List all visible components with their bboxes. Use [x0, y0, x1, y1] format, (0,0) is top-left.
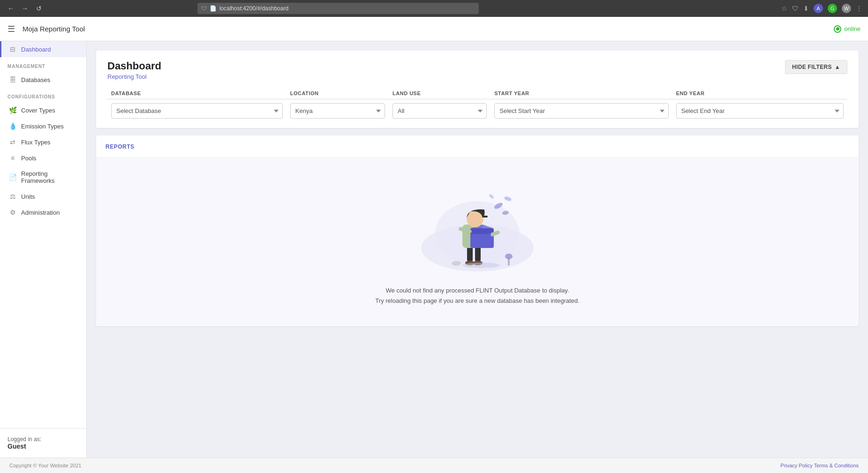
sidebar-section-configurations: CONFIGURATIONS	[0, 88, 86, 102]
footer: Copyright © Your Website 2021 Privacy Po…	[0, 458, 868, 473]
svg-rect-20	[508, 258, 510, 265]
sidebar-item-flux-types[interactable]: ⇄ Flux Types	[0, 134, 86, 150]
sidebar-item-reporting-frameworks[interactable]: 📄 Reporting Frameworks	[0, 166, 86, 188]
sidebar: ⊟ Dashboard MANAGEMENT 🗄 Databases CONFI…	[0, 41, 87, 458]
col-database: DATABASE	[107, 88, 287, 99]
logged-in-label: Logged in as:	[8, 436, 79, 443]
flux-types-icon: ⇄	[9, 138, 16, 146]
empty-line1: We could not find any processed FLINT Ou…	[375, 285, 579, 296]
sidebar-label-flux-types: Flux Types	[21, 139, 51, 146]
sidebar-item-databases[interactable]: 🗄 Databases	[0, 72, 86, 88]
sidebar-label-reporting-frameworks: Reporting Frameworks	[21, 170, 79, 184]
svg-rect-7	[475, 246, 481, 262]
start-year-select[interactable]: Select Start Year	[494, 103, 668, 119]
reports-card: REPORTS	[96, 135, 859, 326]
user-name: Guest	[8, 443, 79, 450]
filter-end-year-cell: Select End Year	[672, 99, 847, 119]
cover-types-icon: 🌿	[9, 106, 16, 114]
administration-icon: ⚙	[9, 209, 16, 216]
download-icon[interactable]: ⬇	[803, 5, 809, 12]
pools-icon: ≡	[9, 154, 16, 162]
privacy-policy-link[interactable]: Privacy Policy	[780, 463, 812, 468]
dashboard-icon: ⊟	[9, 45, 16, 53]
sidebar-label-administration: Administration	[21, 209, 60, 216]
units-icon: ⚖	[9, 193, 16, 200]
dashboard-title-block: Dashboard Reporting Tool	[107, 60, 161, 80]
filter-database-cell: Select Database	[107, 99, 287, 119]
browser-right-icons: ☆ 🛡 ⬇ A G W ⋮	[781, 4, 862, 13]
svg-rect-6	[467, 246, 473, 262]
hide-filters-button[interactable]: HIDE FILTERS ▲	[785, 60, 847, 74]
browser-forward-btn[interactable]: →	[20, 3, 30, 14]
sidebar-label-units: Units	[21, 193, 35, 200]
svg-rect-18	[482, 216, 488, 218]
online-dot-inner	[836, 27, 839, 30]
filter-start-year-cell: Select Start Year	[491, 99, 672, 119]
hide-filters-icon: ▲	[835, 64, 840, 70]
online-label: online	[844, 25, 860, 32]
col-end-year: END YEAR	[672, 88, 847, 99]
svg-point-21	[505, 254, 513, 259]
star-icon[interactable]: ☆	[781, 5, 787, 12]
app-title: Moja Reporting Tool	[23, 25, 85, 33]
sidebar-item-units[interactable]: ⚖ Units	[0, 188, 86, 204]
dashboard-header: Dashboard Reporting Tool HIDE FILTERS ▲	[107, 60, 847, 80]
sidebar-item-dashboard[interactable]: ⊟ Dashboard	[0, 41, 86, 57]
reports-header: REPORTS	[96, 135, 859, 158]
reporting-frameworks-icon: 📄	[9, 173, 16, 181]
account-icon[interactable]: A	[814, 4, 823, 13]
online-dot	[834, 25, 841, 33]
svg-point-22	[452, 261, 461, 266]
sidebar-footer: Logged in as: Guest	[0, 428, 86, 458]
footer-links: Privacy Policy Terms & Conditions	[780, 463, 859, 468]
location-select[interactable]: Kenya	[290, 103, 385, 119]
reports-body: We could not find any processed FLINT Ou…	[96, 158, 859, 326]
address-url: localhost:4200/#/dashboard	[219, 5, 288, 12]
hide-filters-label: HIDE FILTERS	[792, 64, 832, 70]
address-bar: 🛡 📄 localhost:4200/#/dashboard	[197, 3, 479, 14]
hamburger-button[interactable]: ☰	[8, 24, 15, 34]
app-body: ⊟ Dashboard MANAGEMENT 🗄 Databases CONFI…	[0, 41, 868, 458]
sidebar-section-management: MANAGEMENT	[0, 57, 86, 72]
shield-icon: 🛡	[792, 5, 799, 12]
sidebar-item-cover-types[interactable]: 🌿 Cover Types	[0, 102, 86, 118]
filter-land-use-cell: All	[389, 99, 491, 119]
filter-location-cell: Kenya	[287, 99, 389, 119]
browser-reload-btn[interactable]: ↺	[34, 3, 44, 14]
menu-icon[interactable]: ⋮	[856, 5, 862, 12]
browser-back-btn[interactable]: ←	[6, 3, 16, 14]
sidebar-item-emission-types[interactable]: 💧 Emission Types	[0, 118, 86, 134]
main-content: Dashboard Reporting Tool HIDE FILTERS ▲ …	[87, 41, 868, 458]
browser-chrome: ← → ↺ 🛡 📄 localhost:4200/#/dashboard ☆ 🛡…	[0, 0, 868, 17]
emission-types-icon: 💧	[9, 122, 16, 130]
dashboard-subtitle: Reporting Tool	[107, 73, 161, 80]
database-select[interactable]: Select Database	[111, 103, 283, 119]
col-land-use: LAND USE	[389, 88, 491, 99]
sidebar-item-pools[interactable]: ≡ Pools	[0, 150, 86, 166]
filter-table: DATABASE LOCATION LAND USE START YEAR EN…	[107, 88, 847, 119]
footer-copyright: Copyright © Your Website 2021	[9, 463, 81, 468]
empty-state-illustration	[412, 173, 543, 276]
profile-icon[interactable]: G	[828, 4, 837, 13]
sidebar-label-cover-types: Cover Types	[21, 107, 55, 114]
app-toolbar: ☰ Moja Reporting Tool online	[0, 17, 868, 41]
sidebar-label-emission-types: Emission Types	[21, 123, 64, 130]
sidebar-label-databases: Databases	[21, 76, 50, 83]
profile2-icon[interactable]: W	[842, 4, 851, 13]
terms-link[interactable]: Terms & Conditions	[814, 463, 859, 468]
land-use-select[interactable]: All	[392, 103, 487, 119]
col-location: LOCATION	[287, 88, 389, 99]
svg-rect-12	[470, 228, 494, 234]
sidebar-label-pools: Pools	[21, 155, 37, 162]
reports-label: REPORTS	[106, 143, 135, 150]
sidebar-label-dashboard: Dashboard	[21, 46, 51, 53]
databases-icon: 🗄	[9, 76, 16, 83]
sidebar-item-administration[interactable]: ⚙ Administration	[0, 204, 86, 220]
online-status: online	[834, 25, 860, 33]
svg-point-19	[462, 263, 500, 268]
col-start-year: START YEAR	[491, 88, 672, 99]
svg-point-3	[504, 195, 512, 202]
empty-line2: Try reloading this page if you are sure …	[375, 296, 579, 306]
dashboard-title: Dashboard	[107, 60, 161, 72]
end-year-select[interactable]: Select End Year	[676, 103, 844, 119]
